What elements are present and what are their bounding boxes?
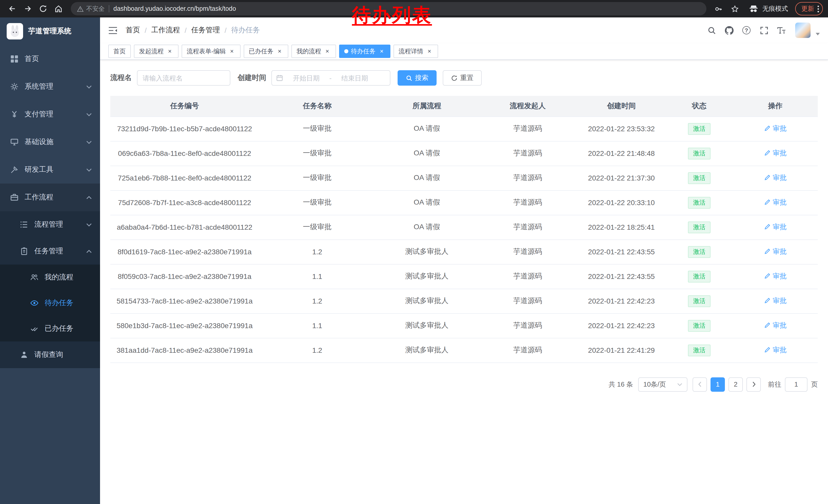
reload-icon[interactable] — [36, 2, 50, 16]
search-icon[interactable] — [705, 24, 718, 37]
column-header-actions: 操作 — [733, 96, 818, 117]
approve-button[interactable]: 审批 — [764, 272, 786, 281]
page-button-1[interactable]: 1 — [710, 377, 725, 392]
task-id: 75d72608-7b7f-11ec-a3c8-acde48001122 — [118, 198, 251, 207]
font-size-icon[interactable] — [775, 24, 788, 37]
close-icon[interactable]: × — [276, 48, 283, 55]
password-key-icon[interactable] — [711, 2, 725, 15]
close-icon[interactable]: × — [166, 48, 173, 55]
calendar-icon — [276, 74, 283, 82]
sidebar-item-process-management[interactable]: 流程管理 — [0, 211, 100, 238]
tab-launch-process[interactable]: 发起流程 × — [134, 45, 178, 58]
sidebar-item-infrastructure[interactable]: 基础设施 — [0, 128, 100, 156]
approve-button[interactable]: 审批 — [764, 223, 786, 232]
close-icon[interactable]: × — [426, 48, 433, 55]
url-bar[interactable]: 不安全 dashboard.yudao.iocoder.cn/bpm/task/… — [71, 2, 706, 15]
menu-dots-icon[interactable] — [817, 5, 819, 12]
task-initiator: 芋道源码 — [513, 272, 542, 280]
task-created: 2022-01-21 22:41:29 — [588, 346, 655, 354]
bookmark-star-icon[interactable] — [728, 2, 741, 15]
process-name-input[interactable] — [137, 70, 230, 86]
prev-page-button[interactable] — [693, 377, 707, 392]
task-initiator: 芋道源码 — [513, 296, 542, 305]
status-badge: 激活 — [688, 320, 710, 331]
next-page-button[interactable] — [746, 377, 761, 392]
breadcrumb-item-home[interactable]: 首页 — [126, 26, 140, 35]
tab-process-form-edit[interactable]: 流程表单-编辑 × — [181, 45, 241, 58]
sidebar-item-system-management[interactable]: 系统管理 — [0, 73, 100, 100]
tab-todo-tasks[interactable]: 待办任务 × — [339, 45, 390, 58]
incognito-label: 无痕模式 — [762, 4, 788, 13]
sidebar-item-payment-management[interactable]: 支付管理 — [0, 100, 100, 128]
github-icon[interactable] — [722, 24, 736, 37]
start-date-input[interactable] — [285, 74, 327, 82]
sidebar-item-home[interactable]: 首页 — [0, 45, 100, 73]
task-name: 一级审批 — [303, 124, 332, 132]
briefcase-icon — [10, 193, 18, 202]
page-content: 流程名 创建时间 - 搜索 重置 — [100, 60, 828, 392]
status-badge: 激活 — [688, 270, 710, 282]
table-row: 069c6a63-7b8a-11ec-8ef0-acde48001122 一级审… — [110, 141, 818, 166]
page-button-2[interactable]: 2 — [729, 377, 743, 392]
reset-button[interactable]: 重置 — [443, 70, 482, 86]
approve-button[interactable]: 审批 — [764, 296, 786, 306]
close-icon[interactable]: × — [228, 48, 236, 55]
tools-icon — [10, 165, 18, 174]
page-size-select[interactable]: 10条/页 — [638, 377, 688, 392]
task-initiator: 芋道源码 — [513, 124, 542, 132]
avatar[interactable] — [795, 22, 811, 38]
approve-label: 审批 — [773, 149, 786, 158]
tab-done-tasks[interactable]: 已办任务 × — [244, 45, 288, 58]
tab-home[interactable]: 首页 — [108, 45, 131, 58]
app-logo[interactable]: 芋道管理系统 — [0, 17, 100, 45]
approve-button[interactable]: 审批 — [764, 247, 786, 256]
back-icon[interactable] — [5, 2, 19, 16]
breadcrumb-separator: / — [225, 26, 227, 34]
tab-my-processes[interactable]: 我的流程 × — [291, 45, 336, 58]
approve-button[interactable]: 审批 — [764, 346, 786, 355]
sidebar-collapse-icon[interactable] — [108, 27, 118, 34]
table-row: 725a1eb6-7b88-11ec-8ef0-acde48001122 一级审… — [110, 166, 818, 190]
browser-update-button[interactable]: 更新 — [795, 2, 823, 15]
help-icon[interactable]: ? — [740, 24, 753, 37]
home-icon[interactable] — [51, 2, 66, 16]
sidebar-item-dev-tools[interactable]: 研发工具 — [0, 156, 100, 184]
sidebar-item-leave-query[interactable]: 请假查询 — [0, 341, 100, 368]
close-icon[interactable]: × — [378, 48, 385, 55]
sidebar-item-done-tasks[interactable]: 已办任务 — [0, 316, 100, 341]
tab-process-detail[interactable]: 流程详情 × — [394, 45, 438, 58]
approve-button[interactable]: 审批 — [764, 149, 786, 158]
task-process: 测试多审批人 — [405, 247, 448, 255]
breadcrumb-item-task-management[interactable]: 任务管理 — [191, 26, 220, 35]
incognito-badge[interactable]: 无痕模式 — [748, 4, 788, 14]
search-button-label: 搜索 — [415, 73, 428, 83]
sidebar-item-task-management[interactable]: 任务管理 — [0, 238, 100, 265]
security-chip[interactable]: 不安全 — [77, 4, 105, 13]
approve-button[interactable]: 审批 — [764, 124, 786, 133]
people-icon — [30, 273, 38, 282]
approve-button[interactable]: 审批 — [764, 321, 786, 330]
fullscreen-icon[interactable] — [757, 24, 771, 37]
close-icon[interactable]: × — [324, 48, 331, 55]
sidebar-item-my-processes[interactable]: 我的流程 — [0, 265, 100, 290]
approve-label: 审批 — [773, 223, 786, 232]
tab-label: 流程详情 — [399, 47, 423, 56]
end-date-input[interactable] — [334, 74, 376, 82]
table-row: 381aa1dd-7ac8-11ec-a9e2-a2380e71991a 1.2… — [110, 338, 818, 363]
approve-button[interactable]: 审批 — [764, 173, 786, 183]
breadcrumb-item-workflow[interactable]: 工作流程 — [151, 26, 180, 35]
caret-down-icon[interactable] — [816, 33, 820, 35]
goto-page-input[interactable] — [785, 377, 808, 392]
sidebar-item-workflow[interactable]: 工作流程 — [0, 184, 100, 211]
forward-icon[interactable] — [20, 2, 35, 16]
date-range-picker[interactable]: - — [272, 70, 390, 86]
approve-button[interactable]: 审批 — [764, 198, 786, 207]
omnibox-divider — [109, 5, 109, 12]
task-created: 2022-01-21 22:42:23 — [588, 297, 655, 305]
tab-label: 已办任务 — [249, 47, 274, 56]
task-process: OA 请假 — [414, 173, 440, 182]
search-button[interactable]: 搜索 — [398, 70, 437, 86]
monitor-icon — [10, 138, 18, 146]
sidebar-item-todo-tasks[interactable]: 待办任务 — [0, 290, 100, 316]
task-created: 2022-01-22 21:37:30 — [588, 174, 655, 182]
